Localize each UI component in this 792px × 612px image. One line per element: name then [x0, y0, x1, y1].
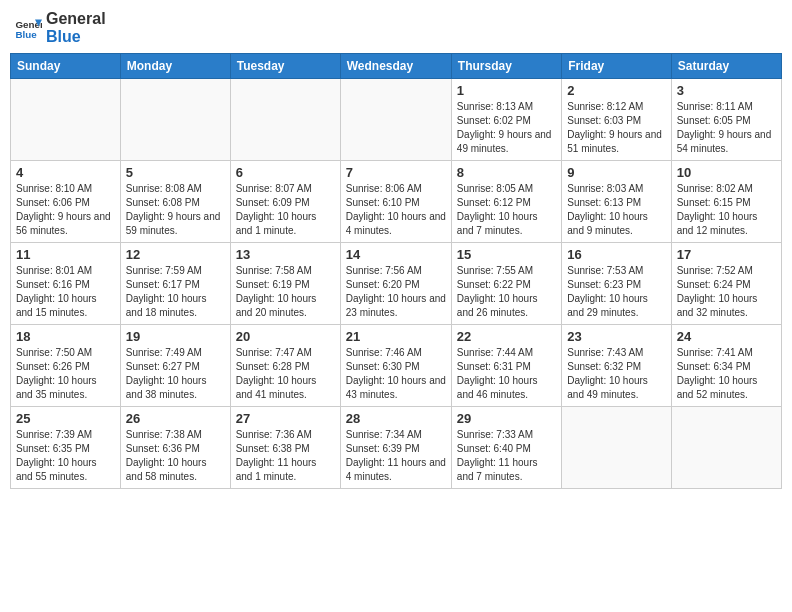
day-number: 25 [16, 411, 115, 426]
calendar-cell: 17Sunrise: 7:52 AM Sunset: 6:24 PM Dayli… [671, 243, 781, 325]
day-number: 5 [126, 165, 225, 180]
day-number: 29 [457, 411, 556, 426]
calendar-cell: 3Sunrise: 8:11 AM Sunset: 6:05 PM Daylig… [671, 79, 781, 161]
logo-icon: General Blue [14, 14, 42, 42]
calendar-cell: 22Sunrise: 7:44 AM Sunset: 6:31 PM Dayli… [451, 325, 561, 407]
calendar-cell: 5Sunrise: 8:08 AM Sunset: 6:08 PM Daylig… [120, 161, 230, 243]
calendar-cell [11, 79, 121, 161]
col-header-sunday: Sunday [11, 54, 121, 79]
day-info: Sunrise: 8:13 AM Sunset: 6:02 PM Dayligh… [457, 100, 556, 156]
day-number: 2 [567, 83, 665, 98]
day-number: 8 [457, 165, 556, 180]
calendar-week-2: 4Sunrise: 8:10 AM Sunset: 6:06 PM Daylig… [11, 161, 782, 243]
calendar-cell: 9Sunrise: 8:03 AM Sunset: 6:13 PM Daylig… [562, 161, 671, 243]
calendar-cell: 24Sunrise: 7:41 AM Sunset: 6:34 PM Dayli… [671, 325, 781, 407]
calendar-table: SundayMondayTuesdayWednesdayThursdayFrid… [10, 53, 782, 489]
calendar-cell: 11Sunrise: 8:01 AM Sunset: 6:16 PM Dayli… [11, 243, 121, 325]
day-number: 11 [16, 247, 115, 262]
day-info: Sunrise: 7:50 AM Sunset: 6:26 PM Dayligh… [16, 346, 115, 402]
day-info: Sunrise: 8:12 AM Sunset: 6:03 PM Dayligh… [567, 100, 665, 156]
day-info: Sunrise: 7:39 AM Sunset: 6:35 PM Dayligh… [16, 428, 115, 484]
day-info: Sunrise: 8:11 AM Sunset: 6:05 PM Dayligh… [677, 100, 776, 156]
day-number: 22 [457, 329, 556, 344]
day-number: 6 [236, 165, 335, 180]
day-info: Sunrise: 7:56 AM Sunset: 6:20 PM Dayligh… [346, 264, 446, 320]
calendar-week-1: 1Sunrise: 8:13 AM Sunset: 6:02 PM Daylig… [11, 79, 782, 161]
day-number: 20 [236, 329, 335, 344]
calendar-cell: 29Sunrise: 7:33 AM Sunset: 6:40 PM Dayli… [451, 407, 561, 489]
day-info: Sunrise: 8:05 AM Sunset: 6:12 PM Dayligh… [457, 182, 556, 238]
col-header-friday: Friday [562, 54, 671, 79]
day-info: Sunrise: 8:06 AM Sunset: 6:10 PM Dayligh… [346, 182, 446, 238]
day-number: 19 [126, 329, 225, 344]
calendar-cell: 28Sunrise: 7:34 AM Sunset: 6:39 PM Dayli… [340, 407, 451, 489]
day-info: Sunrise: 8:07 AM Sunset: 6:09 PM Dayligh… [236, 182, 335, 238]
day-info: Sunrise: 7:59 AM Sunset: 6:17 PM Dayligh… [126, 264, 225, 320]
calendar-cell: 18Sunrise: 7:50 AM Sunset: 6:26 PM Dayli… [11, 325, 121, 407]
day-number: 24 [677, 329, 776, 344]
day-info: Sunrise: 8:02 AM Sunset: 6:15 PM Dayligh… [677, 182, 776, 238]
day-info: Sunrise: 8:01 AM Sunset: 6:16 PM Dayligh… [16, 264, 115, 320]
day-number: 27 [236, 411, 335, 426]
calendar-cell: 16Sunrise: 7:53 AM Sunset: 6:23 PM Dayli… [562, 243, 671, 325]
day-info: Sunrise: 7:52 AM Sunset: 6:24 PM Dayligh… [677, 264, 776, 320]
calendar-cell: 10Sunrise: 8:02 AM Sunset: 6:15 PM Dayli… [671, 161, 781, 243]
day-info: Sunrise: 7:43 AM Sunset: 6:32 PM Dayligh… [567, 346, 665, 402]
day-info: Sunrise: 7:34 AM Sunset: 6:39 PM Dayligh… [346, 428, 446, 484]
col-header-wednesday: Wednesday [340, 54, 451, 79]
day-number: 18 [16, 329, 115, 344]
calendar-week-3: 11Sunrise: 8:01 AM Sunset: 6:16 PM Dayli… [11, 243, 782, 325]
calendar-cell: 26Sunrise: 7:38 AM Sunset: 6:36 PM Dayli… [120, 407, 230, 489]
day-number: 17 [677, 247, 776, 262]
day-info: Sunrise: 7:36 AM Sunset: 6:38 PM Dayligh… [236, 428, 335, 484]
day-info: Sunrise: 7:44 AM Sunset: 6:31 PM Dayligh… [457, 346, 556, 402]
day-info: Sunrise: 7:46 AM Sunset: 6:30 PM Dayligh… [346, 346, 446, 402]
calendar-cell [562, 407, 671, 489]
day-number: 10 [677, 165, 776, 180]
day-number: 28 [346, 411, 446, 426]
calendar-cell: 6Sunrise: 8:07 AM Sunset: 6:09 PM Daylig… [230, 161, 340, 243]
day-info: Sunrise: 7:47 AM Sunset: 6:28 PM Dayligh… [236, 346, 335, 402]
calendar-cell: 21Sunrise: 7:46 AM Sunset: 6:30 PM Dayli… [340, 325, 451, 407]
day-number: 4 [16, 165, 115, 180]
day-number: 7 [346, 165, 446, 180]
calendar-cell [340, 79, 451, 161]
day-number: 1 [457, 83, 556, 98]
col-header-saturday: Saturday [671, 54, 781, 79]
day-number: 14 [346, 247, 446, 262]
day-number: 15 [457, 247, 556, 262]
col-header-monday: Monday [120, 54, 230, 79]
day-info: Sunrise: 7:41 AM Sunset: 6:34 PM Dayligh… [677, 346, 776, 402]
logo-general: General [46, 10, 106, 28]
calendar-cell: 12Sunrise: 7:59 AM Sunset: 6:17 PM Dayli… [120, 243, 230, 325]
day-number: 13 [236, 247, 335, 262]
logo-blue: Blue [46, 28, 106, 46]
day-number: 23 [567, 329, 665, 344]
calendar-week-5: 25Sunrise: 7:39 AM Sunset: 6:35 PM Dayli… [11, 407, 782, 489]
day-info: Sunrise: 8:03 AM Sunset: 6:13 PM Dayligh… [567, 182, 665, 238]
day-info: Sunrise: 7:49 AM Sunset: 6:27 PM Dayligh… [126, 346, 225, 402]
calendar-cell [671, 407, 781, 489]
day-info: Sunrise: 7:55 AM Sunset: 6:22 PM Dayligh… [457, 264, 556, 320]
page-header: General Blue General Blue [10, 10, 782, 45]
calendar-cell: 1Sunrise: 8:13 AM Sunset: 6:02 PM Daylig… [451, 79, 561, 161]
calendar-cell: 13Sunrise: 7:58 AM Sunset: 6:19 PM Dayli… [230, 243, 340, 325]
calendar-cell: 20Sunrise: 7:47 AM Sunset: 6:28 PM Dayli… [230, 325, 340, 407]
calendar-cell: 8Sunrise: 8:05 AM Sunset: 6:12 PM Daylig… [451, 161, 561, 243]
calendar-cell: 27Sunrise: 7:36 AM Sunset: 6:38 PM Dayli… [230, 407, 340, 489]
col-header-tuesday: Tuesday [230, 54, 340, 79]
calendar-cell [120, 79, 230, 161]
day-number: 9 [567, 165, 665, 180]
day-info: Sunrise: 7:53 AM Sunset: 6:23 PM Dayligh… [567, 264, 665, 320]
day-info: Sunrise: 7:33 AM Sunset: 6:40 PM Dayligh… [457, 428, 556, 484]
col-header-thursday: Thursday [451, 54, 561, 79]
calendar-header-row: SundayMondayTuesdayWednesdayThursdayFrid… [11, 54, 782, 79]
calendar-cell: 15Sunrise: 7:55 AM Sunset: 6:22 PM Dayli… [451, 243, 561, 325]
day-number: 3 [677, 83, 776, 98]
day-number: 16 [567, 247, 665, 262]
calendar-cell: 23Sunrise: 7:43 AM Sunset: 6:32 PM Dayli… [562, 325, 671, 407]
calendar-cell: 7Sunrise: 8:06 AM Sunset: 6:10 PM Daylig… [340, 161, 451, 243]
calendar-week-4: 18Sunrise: 7:50 AM Sunset: 6:26 PM Dayli… [11, 325, 782, 407]
calendar-cell: 25Sunrise: 7:39 AM Sunset: 6:35 PM Dayli… [11, 407, 121, 489]
logo: General Blue General Blue [14, 10, 106, 45]
